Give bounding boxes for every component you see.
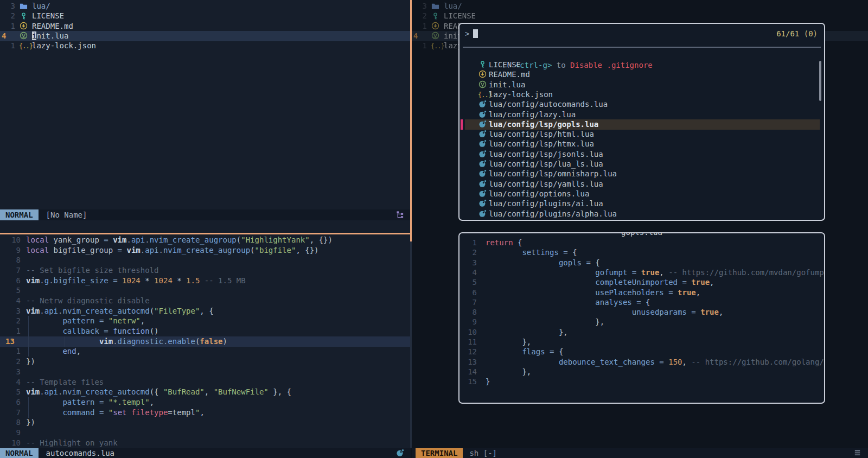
- code-line[interactable]: 1callback = function(): [0, 326, 411, 336]
- line-number: 12: [459, 347, 477, 357]
- code-line[interactable]: 7-- Set bigfile size threshold: [0, 265, 411, 276]
- code-text: vim.diagnostic.enable(false): [26, 337, 227, 346]
- code-line[interactable]: 4-- Netrw diagnostic disable: [0, 296, 411, 306]
- code-text: vim.api.nvim_create_autocmd("FileType", …: [26, 307, 214, 315]
- line-number: 3: [0, 1, 15, 11]
- code-line[interactable]: 2}): [0, 357, 411, 367]
- code-line[interactable]: 9local bigfile_group = vim.api.nvim_crea…: [0, 245, 411, 256]
- lua-icon: [396, 449, 404, 457]
- explorer-row[interactable]: 3lua/: [0, 1, 411, 11]
- line-number: 10: [459, 327, 477, 338]
- json-icon: {..}: [431, 41, 444, 50]
- mode-badge: TERMINAL: [416, 448, 463, 458]
- explorer-row[interactable]: 1README.md: [0, 21, 411, 31]
- line-number: 5: [459, 277, 477, 288]
- file-name: lua/: [444, 2, 462, 10]
- code-line[interactable]: 9: [0, 428, 411, 438]
- line-number: 9: [0, 245, 21, 256]
- picker-item[interactable]: {..}lazy-lock.json: [459, 90, 824, 100]
- preview-line: 12flags = {: [459, 347, 824, 357]
- match-count: 61/61 (0): [776, 28, 818, 39]
- code-line[interactable]: 1end,: [0, 346, 411, 357]
- picker-item[interactable]: lua/config/lsp/omnisharp.lua: [459, 169, 824, 179]
- picker-item[interactable]: lua/config/lsp/jsonls.lua: [459, 149, 824, 160]
- code-line[interactable]: 10-- Highlight on yank: [0, 438, 411, 448]
- mode-badge: NORMAL: [0, 448, 39, 458]
- code-line[interactable]: 2pattern = "netrw",: [0, 316, 411, 326]
- code-line[interactable]: 8}): [0, 417, 411, 428]
- code-line[interactable]: 8: [0, 255, 411, 265]
- lua-icon: [478, 100, 487, 109]
- code-line[interactable]: 5: [0, 285, 411, 296]
- picker-item[interactable]: lua/config/plugins/ai.lua: [459, 199, 824, 209]
- picker-item[interactable]: lua/config/options.lua: [459, 189, 824, 199]
- line-number: 7: [0, 265, 21, 276]
- picker-item[interactable]: README.md: [459, 69, 824, 80]
- code-text: -- Template files: [26, 378, 104, 386]
- code-line[interactable]: 5vim.api.nvim_create_autocmd({ "BufRead"…: [0, 387, 411, 397]
- lua-icon: [478, 130, 487, 138]
- explorer-row[interactable]: 3lua/: [412, 1, 868, 11]
- json-icon: {..}: [19, 41, 33, 50]
- picker-item[interactable]: lua/config/lsp/yamlls.lua: [459, 179, 824, 189]
- line-number: 9: [0, 428, 21, 438]
- picker-item[interactable]: lua/config/lsp/htmx.lua: [459, 139, 824, 149]
- statusline-explorer: NORMAL [No Name]: [0, 209, 411, 220]
- preview-line: 5completeUnimported = true,: [459, 277, 824, 288]
- lua-icon: [396, 449, 404, 457]
- picker-item[interactable]: lua/config/lsp/lua_ls.lua: [459, 159, 824, 169]
- explorer-row[interactable]: 2LICENSE: [0, 11, 411, 21]
- explorer-row[interactable]: 1{..}lazy-lock.json: [0, 41, 411, 51]
- code-line[interactable]: 3: [0, 367, 411, 377]
- lua-icon: [478, 120, 487, 129]
- lua-icon: [478, 150, 487, 158]
- picker-prompt[interactable]: > 61/61 (0): [465, 28, 819, 39]
- picker-item[interactable]: lua/config/lsp/html.lua: [459, 129, 824, 139]
- folder-icon: [20, 2, 28, 11]
- line-number: 13: [459, 357, 477, 367]
- picker-item-label: README.md: [489, 69, 530, 80]
- picker-item[interactable]: lua/config/lsp/gopls.lua: [459, 119, 824, 130]
- picker-item[interactable]: lua/config/lazy.lua: [459, 110, 824, 120]
- lua-icon: [478, 209, 487, 218]
- code-line[interactable]: 4-- Template files: [0, 377, 411, 387]
- preview-line: 8unusedparams = true,: [459, 307, 824, 317]
- explorer-row[interactable]: 2LICENSE: [412, 11, 868, 21]
- picker-item[interactable]: lua/config/autocomands.lua: [459, 99, 824, 110]
- code-text: command = "set filetype=templ",: [26, 408, 205, 417]
- code-line[interactable]: 7command = "set filetype=templ",: [0, 408, 411, 418]
- picker-item-label: lua/config/lsp/html.lua: [489, 129, 594, 139]
- preview-code: 1return {2settings = {3gopls = {4gofumpt…: [459, 238, 824, 403]
- code-text: local bigfile_group = vim.api.nvim_creat…: [26, 246, 319, 255]
- preview-line: 4gofumpt = true, -- https://github.com/m…: [459, 268, 824, 278]
- line-number: 13: [0, 336, 21, 347]
- window-separator-vertical-active[interactable]: [410, 0, 412, 241]
- picker-item[interactable]: lua/config/plugins/alpha.lua: [459, 209, 824, 219]
- license-icon: [478, 60, 487, 69]
- file-name: init.lua: [32, 31, 68, 40]
- preview-line: 11},: [459, 337, 824, 347]
- code-text: -- Netrw diagnostic disable: [26, 296, 150, 305]
- picker-item-label: lua/config/autocomands.lua: [489, 99, 608, 110]
- code-line[interactable]: 3vim.api.nvim_create_autocmd("FileType",…: [0, 306, 411, 316]
- explorer-row[interactable]: 4init.lua: [0, 31, 411, 41]
- tree-icon: [396, 211, 404, 219]
- window-separator-vertical[interactable]: [410, 241, 412, 448]
- picker-item-label: lua/config/lsp/jsonls.lua: [489, 149, 603, 160]
- left-pane: 3lua/2LICENSE1README.md4init.lua1{..}laz…: [0, 0, 411, 458]
- picker-scrollbar[interactable]: [819, 61, 821, 101]
- picker-item[interactable]: LICENSE: [459, 60, 824, 70]
- code-line[interactable]: 10local yank_group = vim.api.nvim_create…: [0, 235, 411, 245]
- line-number: 1: [0, 41, 15, 51]
- line-number: 4: [459, 268, 477, 278]
- markdown-icon: [20, 22, 28, 30]
- preview-title: gopls.lua: [617, 232, 667, 237]
- file-name: LICENSE: [444, 11, 476, 20]
- code-line[interactable]: 6pattern = "*.templ",: [0, 397, 411, 408]
- window-gap: [0, 220, 411, 233]
- code-line[interactable]: 13vim.diagnostic.enable(false): [0, 336, 411, 347]
- picker-item[interactable]: init.lua: [459, 80, 824, 90]
- window-separator-horizontal[interactable]: [0, 233, 412, 234]
- line-number: 10: [0, 235, 21, 245]
- code-line[interactable]: 6vim.g.bigfile_size = 1024 * 1024 * 1.5 …: [0, 276, 411, 286]
